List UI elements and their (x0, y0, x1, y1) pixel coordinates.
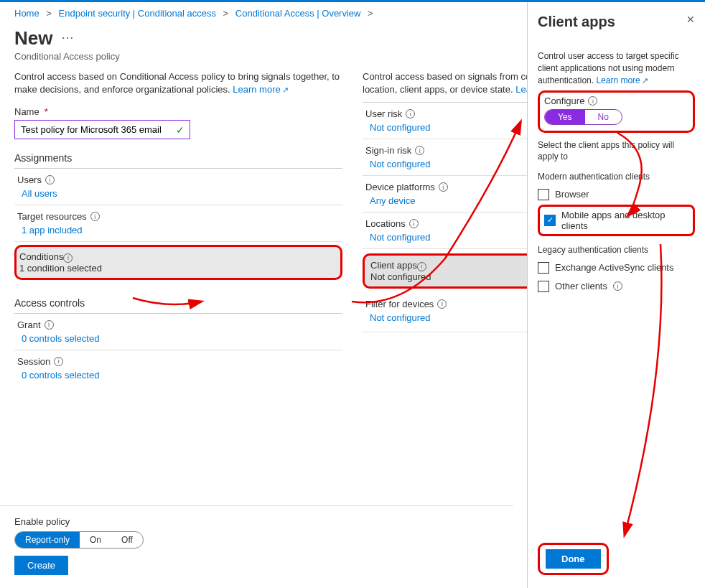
configure-yes[interactable]: Yes (545, 110, 585, 124)
breadcrumb-home[interactable]: Home (14, 8, 39, 19)
target-value[interactable]: 1 app included (17, 225, 342, 235)
users-row[interactable]: Usersi All users (14, 169, 342, 205)
info-icon[interactable]: i (613, 281, 622, 291)
done-button-highlight: Done (538, 543, 609, 575)
learn-more-link-panel[interactable]: Learn more↗ (596, 75, 648, 85)
panel-intro: Control user access to target specific c… (538, 50, 695, 86)
footer-bar: Enable policy Report-only On Off Create (0, 505, 513, 588)
checkbox-icon (538, 262, 549, 274)
configure-block-highlight: Configurei Yes No (538, 90, 695, 133)
info-icon[interactable]: i (90, 212, 100, 221)
info-icon[interactable]: i (406, 109, 415, 118)
external-link-icon: ↗ (282, 85, 289, 94)
assignments-heading: Assignments (14, 152, 342, 169)
client-apps-panel: Client apps ✕ Control user access to tar… (527, 2, 705, 588)
legacy-auth-group-label: Legacy authentication clients (538, 245, 695, 255)
checkbox-mobile-apps[interactable]: ✓ Mobile apps and desktop clients (544, 210, 688, 231)
page-title: New (14, 27, 52, 49)
policy-name-input[interactable] (14, 120, 190, 139)
name-label: Name* (14, 106, 342, 117)
session-value[interactable]: 0 controls selected (17, 370, 342, 381)
more-menu-icon[interactable]: … (61, 27, 74, 42)
conditions-value[interactable]: 1 condition selected (19, 263, 336, 274)
toggle-on[interactable]: On (80, 532, 111, 548)
grant-row[interactable]: Granti 0 controls selected (14, 314, 342, 350)
info-icon[interactable]: i (437, 299, 447, 309)
info-icon[interactable]: i (54, 357, 63, 366)
info-icon[interactable]: i (409, 219, 419, 228)
breadcrumb-conditional[interactable]: Conditional Access | Overview (235, 8, 361, 19)
learn-more-link-1[interactable]: Learn more↗ (233, 84, 288, 95)
conditions-row-highlight: Conditionsi 1 condition selected (14, 245, 342, 280)
enable-policy-label: Enable policy (14, 516, 499, 527)
panel-title: Client apps (538, 14, 615, 30)
breadcrumb-endpoint[interactable]: Endpoint security | Conditional access (59, 8, 216, 19)
info-icon[interactable]: i (45, 320, 54, 330)
done-button[interactable]: Done (546, 549, 601, 569)
checkbox-icon (538, 189, 549, 200)
session-row[interactable]: Sessioni 0 controls selected (14, 350, 342, 386)
target-resources-row[interactable]: Target resourcesi 1 app included (14, 205, 342, 242)
configure-toggle[interactable]: Yes No (544, 109, 622, 125)
check-icon: ✓ (176, 124, 185, 136)
info-icon[interactable]: i (45, 175, 55, 185)
checkbox-exchange-activesync[interactable]: Exchange ActiveSync clients (538, 262, 695, 274)
checkbox-other-clients[interactable]: Other clients i (538, 281, 695, 292)
configure-no[interactable]: No (585, 110, 622, 124)
info-icon[interactable]: i (415, 146, 424, 155)
info-icon[interactable]: i (63, 253, 73, 263)
users-value[interactable]: All users (17, 188, 342, 199)
info-icon[interactable]: i (588, 96, 597, 106)
access-controls-heading: Access controls (14, 297, 342, 314)
info-icon[interactable]: i (417, 262, 426, 271)
modern-auth-group-label: Modern authentication clients (538, 172, 695, 182)
select-apps-text: Select the client apps this policy will … (538, 140, 695, 162)
enable-policy-toggle[interactable]: Report-only On Off (14, 531, 144, 549)
checkbox-browser[interactable]: Browser (538, 189, 695, 200)
create-button[interactable]: Create (14, 556, 68, 575)
info-icon[interactable]: i (439, 182, 448, 192)
toggle-off[interactable]: Off (111, 532, 143, 548)
intro-text-1: Control access based on Conditional Acce… (14, 70, 342, 96)
checkbox-mobile-highlight: ✓ Mobile apps and desktop clients (538, 205, 695, 236)
column-assignments: Control access based on Conditional Acce… (14, 70, 342, 386)
close-icon[interactable]: ✕ (686, 14, 695, 25)
grant-value[interactable]: 0 controls selected (17, 333, 342, 344)
toggle-report-only[interactable]: Report-only (15, 532, 80, 548)
checkbox-icon-checked: ✓ (544, 215, 556, 226)
checkbox-icon (538, 281, 549, 292)
external-link-icon: ↗ (642, 76, 648, 85)
